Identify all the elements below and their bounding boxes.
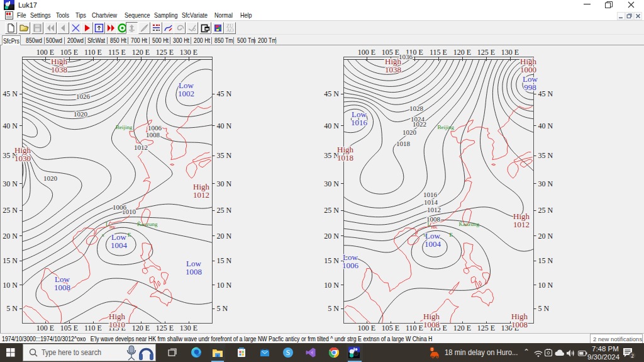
svg-text:1006: 1006 — [342, 261, 359, 270]
svg-text:25 N: 25 N — [538, 206, 553, 215]
svg-text:20 N: 20 N — [3, 232, 18, 240]
svg-text:10 N: 10 N — [324, 281, 339, 290]
svg-text:1020: 1020 — [43, 174, 58, 182]
svg-text:1036: 1036 — [399, 53, 413, 60]
svg-text:30 N: 30 N — [324, 179, 339, 188]
svg-text:2: 2 — [631, 353, 634, 359]
svg-text:30 N: 30 N — [3, 179, 18, 188]
svg-text:1016: 1016 — [423, 191, 438, 198]
svg-text:1012: 1012 — [193, 190, 209, 200]
svg-text:1008: 1008 — [54, 283, 70, 292]
svg-text:s: s — [102, 232, 104, 238]
svg-text:125 E: 125 E — [477, 48, 495, 57]
svg-text:120 E: 120 E — [453, 324, 471, 332]
svg-text:120 E: 120 E — [132, 48, 150, 57]
svg-text:1012: 1012 — [427, 206, 441, 213]
svg-text:20 N: 20 N — [217, 232, 232, 240]
svg-text:5 N: 5 N — [6, 304, 18, 313]
svg-text:40 N: 40 N — [3, 122, 18, 130]
svg-text:K̃aozung: K̃aozung — [137, 221, 158, 227]
svg-text:1016: 1016 — [351, 118, 368, 127]
svg-text:35 N: 35 N — [538, 151, 553, 160]
svg-text:5 N: 5 N — [538, 304, 550, 313]
svg-text:1018: 1018 — [337, 153, 353, 162]
svg-text:130 E: 130 E — [180, 48, 197, 57]
svg-text:s: s — [424, 232, 426, 238]
svg-text:105 E: 105 E — [382, 324, 399, 332]
svg-text:1022: 1022 — [413, 120, 426, 128]
svg-text:K̃aozung: K̃aozung — [459, 221, 480, 227]
svg-text:15 N: 15 N — [538, 256, 553, 265]
svg-text:1012: 1012 — [134, 144, 148, 151]
svg-text:125 E: 125 E — [156, 48, 174, 57]
svg-text:20 N: 20 N — [538, 232, 553, 240]
svg-text:5 N: 5 N — [328, 304, 339, 313]
svg-text:1008: 1008 — [511, 320, 528, 329]
svg-text:S: S — [286, 349, 290, 356]
svg-text:45 N: 45 N — [217, 89, 232, 98]
svg-text:25 N: 25 N — [217, 206, 232, 215]
svg-text:1038: 1038 — [51, 65, 67, 74]
svg-text:110 E: 110 E — [84, 324, 102, 332]
svg-text:15 N: 15 N — [217, 256, 232, 265]
svg-text:10 N: 10 N — [538, 281, 553, 290]
svg-text:40 N: 40 N — [538, 122, 553, 130]
svg-text:15 N: 15 N — [3, 256, 18, 265]
svg-text:Beijing: Beijing — [438, 124, 455, 130]
svg-text:E: E — [128, 232, 131, 238]
svg-text:40 N: 40 N — [217, 122, 232, 130]
svg-text:1002: 1002 — [178, 89, 194, 98]
svg-text:HK: HK — [431, 225, 438, 230]
svg-text:130 E: 130 E — [501, 48, 519, 57]
svg-text:998: 998 — [524, 82, 536, 92]
svg-text:1008: 1008 — [146, 131, 160, 139]
svg-text:1038: 1038 — [385, 65, 401, 74]
svg-text:L: L — [106, 221, 109, 227]
svg-text:1000: 1000 — [520, 65, 536, 74]
svg-text:15 N: 15 N — [324, 256, 339, 265]
svg-text:1030: 1030 — [14, 154, 31, 163]
svg-text:25 N: 25 N — [3, 206, 18, 215]
svg-text:110 E: 110 E — [84, 48, 102, 57]
svg-text:125 E: 125 E — [477, 324, 495, 332]
svg-text:1020: 1020 — [402, 128, 417, 136]
svg-text:115 E: 115 E — [430, 48, 447, 57]
svg-text:120 E: 120 E — [453, 48, 471, 57]
svg-text:130 E: 130 E — [180, 324, 197, 332]
svg-text:HK: HK — [109, 225, 116, 230]
svg-text:30 N: 30 N — [538, 179, 553, 188]
svg-text:1006: 1006 — [113, 203, 127, 211]
svg-text:1026: 1026 — [76, 93, 91, 100]
svg-text:1008: 1008 — [186, 267, 202, 276]
svg-text:10 N: 10 N — [3, 281, 18, 290]
svg-text:100 E: 100 E — [36, 48, 54, 57]
svg-text:Beijing: Beijing — [116, 124, 133, 130]
svg-text:35 N: 35 N — [217, 151, 232, 160]
svg-text:E: E — [450, 232, 453, 238]
svg-text:45 N: 45 N — [3, 89, 18, 98]
svg-text:110 E: 110 E — [406, 324, 423, 332]
svg-text:105 E: 105 E — [382, 48, 399, 57]
svg-text:1020: 1020 — [74, 110, 88, 118]
svg-text:120 E: 120 E — [132, 324, 150, 332]
svg-text:1008: 1008 — [423, 320, 440, 329]
svg-text:100 E: 100 E — [358, 324, 375, 332]
svg-text:1004: 1004 — [111, 240, 128, 250]
svg-text:20 N: 20 N — [324, 232, 339, 240]
svg-text:1004: 1004 — [425, 239, 441, 249]
svg-text:1014: 1014 — [424, 198, 438, 206]
svg-text:100 E: 100 E — [36, 324, 54, 332]
svg-text:1028: 1028 — [409, 105, 424, 112]
svg-text:L: L — [428, 221, 431, 227]
svg-text:105 E: 105 E — [60, 48, 78, 57]
svg-text:5 N: 5 N — [217, 304, 228, 313]
svg-text:125 E: 125 E — [156, 324, 174, 332]
svg-text:105 E: 105 E — [60, 324, 78, 332]
svg-text:10 N: 10 N — [217, 281, 232, 290]
svg-text:1018: 1018 — [396, 140, 411, 147]
svg-text:45 N: 45 N — [538, 89, 553, 98]
svg-text:1012: 1012 — [513, 220, 530, 229]
svg-text:45 N: 45 N — [324, 89, 339, 98]
svg-text:30 N: 30 N — [217, 179, 232, 188]
svg-text:100 E: 100 E — [358, 48, 375, 57]
